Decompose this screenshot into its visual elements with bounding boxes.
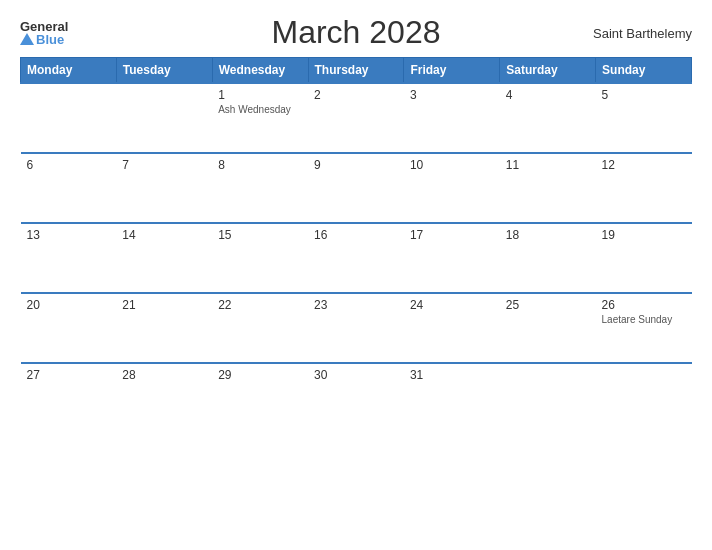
calendar-cell bbox=[596, 363, 692, 433]
calendar-cell bbox=[500, 363, 596, 433]
calendar-cell: 31 bbox=[404, 363, 500, 433]
calendar-cell: 24 bbox=[404, 293, 500, 363]
calendar-cell: 20 bbox=[21, 293, 117, 363]
calendar-cell: 6 bbox=[21, 153, 117, 223]
day-number: 28 bbox=[122, 368, 206, 382]
calendar-cell bbox=[116, 83, 212, 153]
day-header-tuesday: Tuesday bbox=[116, 58, 212, 84]
logo-blue-row: Blue bbox=[20, 33, 64, 46]
day-number: 29 bbox=[218, 368, 302, 382]
day-number: 5 bbox=[602, 88, 686, 102]
logo: General Blue bbox=[20, 20, 68, 46]
day-number: 17 bbox=[410, 228, 494, 242]
day-number: 23 bbox=[314, 298, 398, 312]
day-number: 22 bbox=[218, 298, 302, 312]
day-number: 26 bbox=[602, 298, 686, 312]
day-header-thursday: Thursday bbox=[308, 58, 404, 84]
day-number: 8 bbox=[218, 158, 302, 172]
calendar-cell: 25 bbox=[500, 293, 596, 363]
calendar-cell: 5 bbox=[596, 83, 692, 153]
calendar-cell: 8 bbox=[212, 153, 308, 223]
calendar-cell: 14 bbox=[116, 223, 212, 293]
day-number: 6 bbox=[27, 158, 111, 172]
day-number: 2 bbox=[314, 88, 398, 102]
day-number: 11 bbox=[506, 158, 590, 172]
calendar-cell: 30 bbox=[308, 363, 404, 433]
calendar-cell: 16 bbox=[308, 223, 404, 293]
calendar-cell: 12 bbox=[596, 153, 692, 223]
day-number: 18 bbox=[506, 228, 590, 242]
calendar-cell: 23 bbox=[308, 293, 404, 363]
calendar-cell: 22 bbox=[212, 293, 308, 363]
calendar-cell: 29 bbox=[212, 363, 308, 433]
day-number: 25 bbox=[506, 298, 590, 312]
calendar-cell: 21 bbox=[116, 293, 212, 363]
logo-blue-text: Blue bbox=[36, 33, 64, 46]
day-number: 10 bbox=[410, 158, 494, 172]
day-number: 24 bbox=[410, 298, 494, 312]
calendar-cell: 9 bbox=[308, 153, 404, 223]
day-number: 1 bbox=[218, 88, 302, 102]
day-number: 13 bbox=[27, 228, 111, 242]
region-label: Saint Barthelemy bbox=[593, 25, 692, 40]
days-of-week-row: MondayTuesdayWednesdayThursdayFridaySatu… bbox=[21, 58, 692, 84]
day-number: 9 bbox=[314, 158, 398, 172]
calendar-cell bbox=[21, 83, 117, 153]
header: General Blue March 2028 Saint Barthelemy bbox=[20, 14, 692, 51]
day-number: 31 bbox=[410, 368, 494, 382]
week-row-2: 6789101112 bbox=[21, 153, 692, 223]
week-row-4: 20212223242526Laetare Sunday bbox=[21, 293, 692, 363]
calendar-cell: 7 bbox=[116, 153, 212, 223]
day-header-saturday: Saturday bbox=[500, 58, 596, 84]
day-number: 30 bbox=[314, 368, 398, 382]
calendar-cell: 17 bbox=[404, 223, 500, 293]
day-number: 7 bbox=[122, 158, 206, 172]
day-header-sunday: Sunday bbox=[596, 58, 692, 84]
calendar-body: 1Ash Wednesday23456789101112131415161718… bbox=[21, 83, 692, 433]
calendar-header: MondayTuesdayWednesdayThursdayFridaySatu… bbox=[21, 58, 692, 84]
calendar-cell: 28 bbox=[116, 363, 212, 433]
day-event: Laetare Sunday bbox=[602, 314, 686, 325]
day-number: 19 bbox=[602, 228, 686, 242]
day-header-wednesday: Wednesday bbox=[212, 58, 308, 84]
day-number: 21 bbox=[122, 298, 206, 312]
day-header-monday: Monday bbox=[21, 58, 117, 84]
calendar-cell: 19 bbox=[596, 223, 692, 293]
calendar-cell: 2 bbox=[308, 83, 404, 153]
day-number: 4 bbox=[506, 88, 590, 102]
day-number: 3 bbox=[410, 88, 494, 102]
calendar-cell: 15 bbox=[212, 223, 308, 293]
calendar-cell: 27 bbox=[21, 363, 117, 433]
calendar-cell: 11 bbox=[500, 153, 596, 223]
day-number: 16 bbox=[314, 228, 398, 242]
calendar-cell: 3 bbox=[404, 83, 500, 153]
calendar-cell: 26Laetare Sunday bbox=[596, 293, 692, 363]
day-event: Ash Wednesday bbox=[218, 104, 302, 115]
logo-triangle-icon bbox=[20, 33, 34, 45]
week-row-5: 2728293031 bbox=[21, 363, 692, 433]
day-number: 20 bbox=[27, 298, 111, 312]
week-row-3: 13141516171819 bbox=[21, 223, 692, 293]
day-header-friday: Friday bbox=[404, 58, 500, 84]
week-row-1: 1Ash Wednesday2345 bbox=[21, 83, 692, 153]
day-number: 27 bbox=[27, 368, 111, 382]
calendar-cell: 1Ash Wednesday bbox=[212, 83, 308, 153]
calendar-table: MondayTuesdayWednesdayThursdayFridaySatu… bbox=[20, 57, 692, 433]
calendar-cell: 18 bbox=[500, 223, 596, 293]
day-number: 12 bbox=[602, 158, 686, 172]
calendar-cell: 4 bbox=[500, 83, 596, 153]
calendar-cell: 13 bbox=[21, 223, 117, 293]
day-number: 14 bbox=[122, 228, 206, 242]
day-number: 15 bbox=[218, 228, 302, 242]
calendar-title: March 2028 bbox=[272, 14, 441, 51]
calendar-cell: 10 bbox=[404, 153, 500, 223]
